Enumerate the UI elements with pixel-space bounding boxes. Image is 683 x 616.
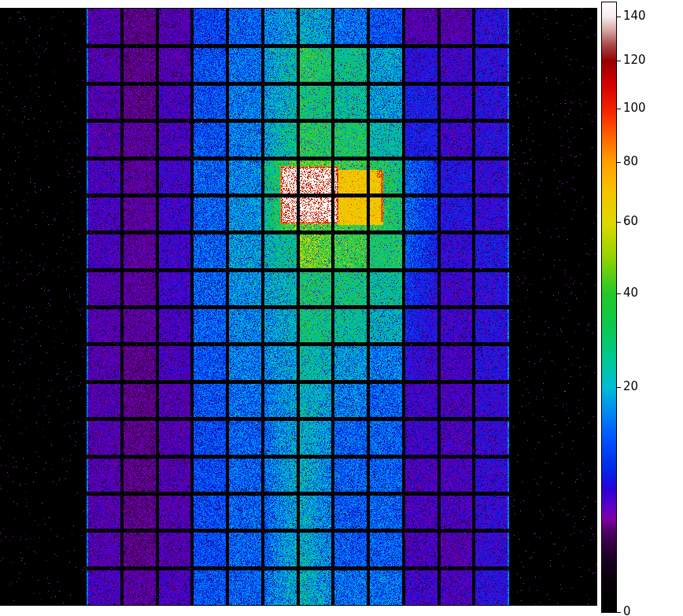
detector-figure: 020406080100120140 bbox=[0, 0, 683, 616]
colorbar-tick-label: 120 bbox=[623, 53, 646, 68]
colorbar-tick-label: 100 bbox=[623, 101, 646, 116]
colorbar-tick-label: 20 bbox=[623, 379, 638, 394]
colorbar-tick-label: 80 bbox=[623, 154, 638, 169]
colorbar-tick-label: 40 bbox=[623, 286, 638, 301]
colorbar-tick-label: 140 bbox=[623, 9, 646, 24]
detector-heatmap-canvas bbox=[0, 0, 683, 616]
colorbar-tick-label: 60 bbox=[623, 214, 638, 229]
colorbar-tick-label: 0 bbox=[623, 604, 631, 616]
